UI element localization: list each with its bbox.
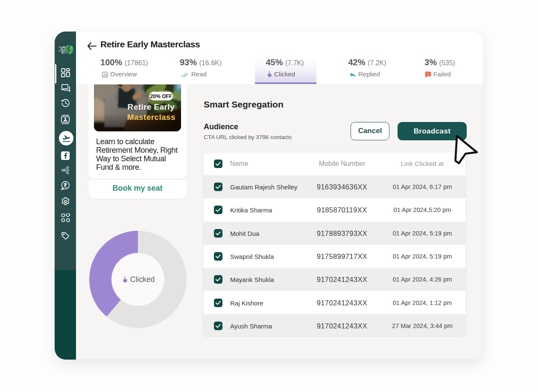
svg-text:20% OFF: 20% OFF xyxy=(150,93,172,99)
svg-text:Retire Early: Retire Early xyxy=(128,102,175,111)
svg-text:Masterclass: Masterclass xyxy=(127,113,175,122)
